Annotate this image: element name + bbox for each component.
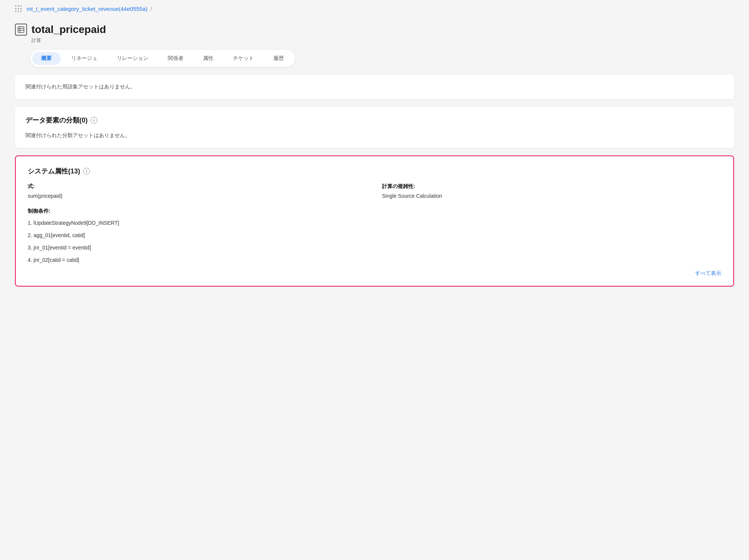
tab-lineage[interactable]: リネージュ (62, 52, 106, 65)
classification-info-icon: i (91, 117, 97, 124)
tabs-bar: 概要 リネージュ リレーション 関係者 属性 チケット 履歴 (30, 50, 295, 67)
condition-1-num: 1. (28, 220, 34, 226)
breadcrumb-separator: / (151, 6, 152, 12)
breadcrumb-bar: mt_t_event_category_ticket_revenue(44e05… (0, 0, 749, 18)
control-conditions: 制御条件: 1. lUpdateStrategyNode9[DD_INSERT]… (28, 208, 721, 264)
main-content: 関連付けられた用語集アセットはありません。 データ要素の分類(0) i 関連付け… (0, 75, 749, 287)
condition-2-num: 2. (28, 232, 34, 238)
grid-dots-icon (15, 5, 22, 12)
show-all-button[interactable]: すべて表示 (695, 270, 721, 277)
asset-title-row: total_pricepaid (15, 24, 734, 36)
system-attrs-title-row: システム属性(13) i (28, 167, 721, 176)
formula-label: 式: (28, 183, 367, 190)
tab-stakeholders[interactable]: 関係者 (159, 52, 192, 65)
condition-4-text: jnr_02[catid = catid] (34, 257, 79, 263)
svg-rect-0 (18, 27, 24, 33)
show-all-link-container: すべて表示 (28, 270, 721, 277)
page-title: total_pricepaid (31, 24, 106, 36)
condition-3-num: 3. (28, 245, 34, 251)
tab-attributes[interactable]: 属性 (194, 52, 222, 65)
system-attributes-card: システム属性(13) i 式: sum(pricepaid) 計算の複雑性: S… (15, 155, 734, 287)
tab-history[interactable]: 履歴 (264, 52, 293, 65)
condition-3-text: jnr_01[eventid = eventid] (34, 245, 91, 251)
classification-title: データ要素の分類(0) (25, 116, 88, 125)
tab-relations[interactable]: リレーション (108, 52, 157, 65)
asset-subtitle: 計算 (31, 37, 734, 44)
page-container: mt_t_event_category_ticket_revenue(44e05… (0, 0, 749, 287)
condition-2-text: agg_01[eventid, catid] (34, 232, 85, 238)
condition-1: 1. lUpdateStrategyNode9[DD_INSERT] (28, 219, 721, 227)
control-conditions-label: 制御条件: (28, 208, 721, 215)
system-attrs-title: システム属性(13) (28, 167, 80, 176)
condition-2: 2. agg_01[eventid, catid] (28, 231, 721, 239)
condition-3: 3. jnr_01[eventid = eventid] (28, 244, 721, 252)
complexity-value: Single Source Calculation (382, 193, 721, 199)
tab-overview[interactable]: 概要 (32, 52, 61, 65)
classification-card: データ要素の分類(0) i 関連付けられた分類アセットはありません。 (15, 107, 734, 148)
tab-ticket[interactable]: チケット (224, 52, 263, 65)
complexity-label: 計算の複雑性: (382, 183, 721, 190)
complexity-group: 計算の複雑性: Single Source Calculation (382, 183, 721, 199)
classification-empty-text: 関連付けられた分類アセットはありません。 (25, 132, 724, 139)
condition-4: 4. jnr_02[catid = catid] (28, 256, 721, 264)
formula-group: 式: sum(pricepaid) (28, 183, 367, 199)
breadcrumb-link[interactable]: mt_t_event_category_ticket_revenue(44e05… (27, 6, 148, 12)
condition-1-text: lUpdateStrategyNode9[DD_INSERT] (34, 220, 119, 226)
condition-4-num: 4. (28, 257, 34, 263)
glossary-card: 関連付けられた用語集アセットはありません。 (15, 75, 734, 99)
classification-title-row: データ要素の分類(0) i (25, 116, 724, 125)
formula-value: sum(pricepaid) (28, 193, 367, 199)
glossary-empty-text: 関連付けられた用語集アセットはありません。 (25, 84, 724, 90)
system-attrs-info-icon: i (83, 168, 90, 175)
header-section: total_pricepaid 計算 概要 リネージュ リレーション 関係者 属… (0, 18, 749, 67)
attrs-grid: 式: sum(pricepaid) 計算の複雑性: Single Source … (28, 183, 721, 199)
asset-icon (15, 24, 27, 36)
